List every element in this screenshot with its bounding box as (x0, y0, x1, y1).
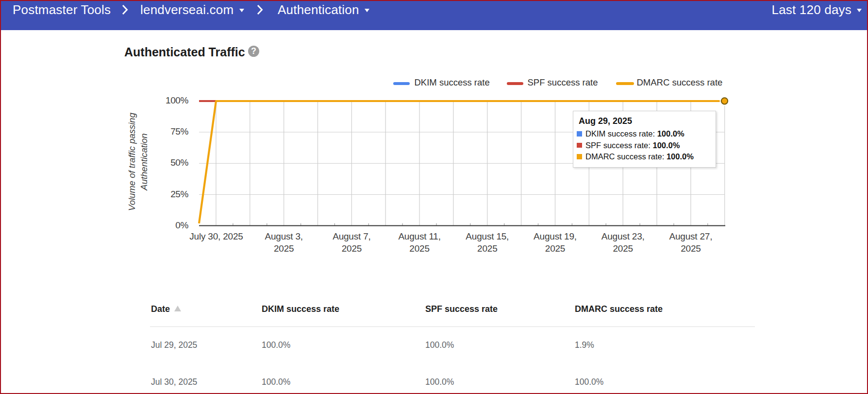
svg-text:25%: 25% (170, 189, 188, 199)
svg-text:50%: 50% (170, 157, 188, 168)
svg-text:2025: 2025 (409, 243, 429, 254)
svg-text:75%: 75% (170, 126, 188, 137)
svg-text:2025: 2025 (613, 243, 633, 254)
svg-text:100%: 100% (166, 95, 189, 105)
svg-text:2025: 2025 (342, 243, 362, 254)
svg-text:Volume of traffic passing: Volume of traffic passing (127, 112, 137, 211)
svg-text:2025: 2025 (477, 243, 497, 254)
svg-text:August 23,: August 23, (601, 231, 645, 241)
svg-text:0%: 0% (175, 220, 188, 230)
svg-text:2025: 2025 (681, 243, 701, 254)
svg-text:August 19,: August 19, (534, 231, 577, 241)
svg-text:Authentication: Authentication (139, 133, 149, 190)
svg-text:August 11,: August 11, (398, 231, 440, 241)
svg-text:August 15,: August 15, (466, 231, 509, 241)
svg-text:August 27,: August 27, (669, 231, 712, 241)
svg-text:2025: 2025 (545, 243, 565, 254)
svg-text:July 30, 2025: July 30, 2025 (189, 231, 243, 241)
svg-text:August 3,: August 3, (265, 231, 302, 241)
svg-text:2025: 2025 (274, 243, 294, 254)
svg-text:August 7,: August 7, (333, 231, 370, 241)
